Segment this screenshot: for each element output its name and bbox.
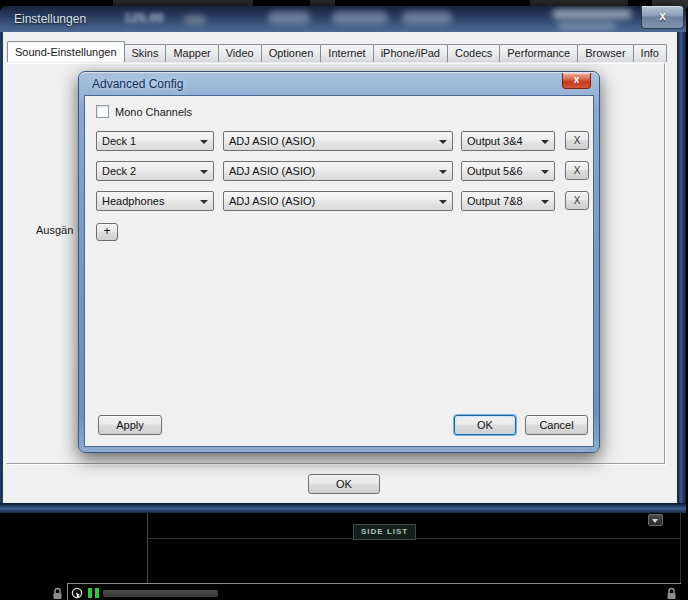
driver-value: ADJ ASIO (ASIO) (229, 135, 315, 147)
source-select-headphones[interactable]: Headphones (96, 191, 214, 211)
chevron-down-icon (439, 170, 447, 174)
side-list-header: SIDE LIST (353, 524, 416, 540)
remove-row-button[interactable]: X (565, 191, 589, 210)
pause-icon[interactable] (88, 588, 101, 598)
chevron-down-icon (541, 140, 549, 144)
tab-skins[interactable]: Skins (124, 44, 167, 62)
tab-video[interactable]: Video (218, 44, 262, 62)
dialog-cancel-button[interactable]: Cancel (525, 415, 588, 435)
tab-optionen[interactable]: Optionen (261, 44, 322, 62)
panel-dropdown-button[interactable] (648, 514, 663, 526)
blurred-deck-button (268, 11, 310, 24)
chevron-down-icon (439, 200, 447, 204)
window-close-button[interactable]: x (641, 6, 684, 29)
tab-internet[interactable]: Internet (320, 44, 373, 62)
source-value: Deck 2 (102, 165, 136, 177)
chevron-down-icon (200, 200, 208, 204)
output-select-deck1[interactable]: Output 3&4 (461, 131, 555, 151)
chevron-down-icon (200, 170, 208, 174)
blurred-deck-button (332, 11, 388, 24)
blurred-bpm-readout: 125.00 (124, 10, 164, 25)
tab-info[interactable]: Info (633, 44, 667, 62)
outputs-section-label: Ausgän (36, 224, 73, 236)
add-row-button[interactable]: + (96, 223, 118, 241)
tab-performance[interactable]: Performance (499, 44, 578, 62)
mono-channels-label: Mono Channels (115, 106, 192, 118)
tab-mapper[interactable]: Mapper (165, 44, 218, 62)
source-value: Headphones (102, 195, 164, 207)
settings-tab-strip: Sound-Einstellungen Skins Mapper Video O… (7, 44, 666, 62)
window-title: Einstellungen (14, 12, 86, 26)
blurred-track-title (552, 9, 632, 19)
tab-sound-einstellungen[interactable]: Sound-Einstellungen (7, 41, 125, 62)
track-progress-bar[interactable] (103, 590, 218, 597)
driver-select-headphones[interactable]: ADJ ASIO (ASIO) (223, 191, 453, 211)
driver-value: ADJ ASIO (ASIO) (229, 195, 315, 207)
netsearch-globe-icon[interactable] (71, 586, 84, 599)
tab-codecs[interactable]: Codecs (447, 44, 500, 62)
screen: 125.00 Einstellungen x Sound-Einstellung… (0, 0, 688, 600)
output-select-headphones[interactable]: Output 7&8 (461, 191, 555, 211)
dialog-close-button[interactable]: x (562, 73, 591, 89)
mono-channels-checkbox[interactable] (96, 105, 109, 118)
tab-iphone-ipad[interactable]: iPhone/iPad (373, 44, 448, 62)
remove-row-button[interactable]: X (565, 161, 589, 180)
output-value: Output 7&8 (467, 195, 523, 207)
chevron-down-icon (541, 200, 549, 204)
dialog-ok-button[interactable]: OK (454, 415, 516, 435)
source-select-deck1[interactable]: Deck 1 (96, 131, 214, 151)
chevron-down-icon (200, 140, 208, 144)
settings-titlebar: 125.00 Einstellungen x (0, 6, 686, 32)
lock-left-icon[interactable] (51, 586, 64, 599)
output-select-deck2[interactable]: Output 5&6 (461, 161, 555, 181)
chevron-down-icon (439, 140, 447, 144)
window-right-border (677, 32, 686, 513)
output-value: Output 5&6 (467, 165, 523, 177)
remove-row-button[interactable]: X (565, 131, 589, 150)
output-value: Output 3&4 (467, 135, 523, 147)
blurred-track-artist (558, 22, 616, 30)
source-select-deck2[interactable]: Deck 2 (96, 161, 214, 181)
apply-button[interactable]: Apply (98, 415, 162, 435)
panel-divider-vertical (680, 513, 681, 583)
blurred-deck-element (184, 15, 206, 24)
driver-value: ADJ ASIO (ASIO) (229, 165, 315, 177)
panel-divider-vertical (147, 513, 148, 583)
chevron-down-icon (652, 519, 658, 523)
blurred-deck-button (402, 11, 452, 24)
window-bottom-border (0, 503, 686, 513)
driver-select-deck1[interactable]: ADJ ASIO (ASIO) (223, 131, 453, 151)
dialog-title: Advanced Config (92, 77, 183, 91)
advanced-config-dialog: Advanced Config x Mono Channels Deck 1 A… (78, 71, 600, 453)
settings-ok-button[interactable]: OK (308, 474, 380, 494)
source-value: Deck 1 (102, 135, 136, 147)
driver-select-deck2[interactable]: ADJ ASIO (ASIO) (223, 161, 453, 181)
tab-browser[interactable]: Browser (577, 44, 633, 62)
chevron-down-icon (541, 170, 549, 174)
lock-right-icon[interactable] (665, 586, 678, 599)
